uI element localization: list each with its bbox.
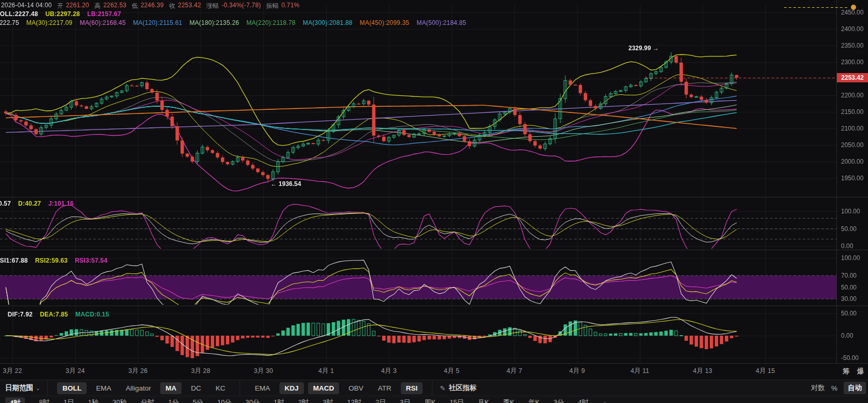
price-axis-label: 2300.00	[841, 59, 863, 66]
indicator-button-boll[interactable]: BOLL	[57, 382, 87, 394]
community-indicators-button[interactable]: ✎ 社区指标	[440, 383, 477, 393]
ma-values-bar: MA(10):2222.75MA(30):2217.09MA(60):2168.…	[0, 19, 466, 26]
macd-value: MACD(12,26,9)	[0, 311, 1, 318]
ohlc-field: 收2253.42	[169, 2, 201, 10]
timeframe-button-15日[interactable]: 15日	[450, 397, 464, 403]
timeframe-button-30分[interactable]: 30分	[245, 397, 259, 403]
rsi-value: RSI1:67.88	[0, 257, 28, 264]
marked-low-annotation: ← 1936.54	[271, 180, 301, 188]
indicator-axis-label: 0.00	[841, 332, 853, 339]
ohlc-field-label: 振幅	[266, 2, 278, 10]
indicator-axis-label: 50.00	[841, 284, 857, 291]
indicator-axis-label: 70.00	[841, 272, 857, 279]
timeframe-button-1秒[interactable]: 1秒	[88, 397, 99, 403]
indicator-button-dc[interactable]: DC	[186, 382, 206, 394]
timeframe-button-周K[interactable]: 周K	[424, 397, 436, 403]
marked-high-annotation: 2329.99 →	[628, 45, 659, 52]
timeframe-button-年K[interactable]: 年K	[528, 397, 540, 403]
ohlc-field: 振幅0.71%	[266, 2, 299, 10]
ohlc-field-label: 收	[169, 2, 175, 10]
indicator-button-kdj[interactable]: KDJ	[279, 382, 304, 394]
time-axis-label: 4月 5	[433, 367, 470, 376]
chips-distribution-button[interactable]: 筹	[843, 367, 849, 376]
ma-value: MA(30):2217.09	[26, 19, 73, 26]
indicator-button-ema[interactable]: EMA	[91, 382, 116, 394]
timeframe-button-3时[interactable]: 3时	[323, 397, 333, 403]
timeframe-button-2日[interactable]: 2日	[375, 397, 386, 403]
time-axis-label: 3月 26	[120, 367, 156, 376]
time-axis-label: 3月 22	[0, 367, 31, 376]
trading-chart-app: 2026-04-14 04:00开2261.20高2262.53低2246.39…	[0, 0, 868, 403]
boll-value: BOLL:2227.48	[0, 10, 38, 18]
ohlc-field-value: 2253.42	[178, 2, 201, 10]
ohlc-field: 低2246.39	[132, 2, 164, 10]
indicator-axis-label: 50.00	[841, 225, 857, 233]
macd-value: DEA:7.85	[40, 311, 68, 318]
macd-value: MACD:0.15	[75, 311, 109, 318]
chevron-down-icon: ⌄	[36, 385, 40, 391]
price-axis-label: 2200.00	[841, 92, 863, 99]
indicator-button-macd[interactable]: MACD	[308, 382, 340, 394]
timeframe-button-5分[interactable]: 5分	[193, 397, 203, 403]
timeframe-button-月K[interactable]: 月K	[478, 397, 489, 403]
price-axis-label: 2000.00	[841, 158, 863, 165]
indicator-button-ma[interactable]: MA	[160, 382, 181, 394]
log-scale-button[interactable]: 对数	[811, 383, 825, 393]
timeframe-button-2时[interactable]: 2时	[298, 397, 309, 403]
timeframe-button-3分[interactable]: 3分	[554, 397, 564, 403]
community-indicators-label: 社区指标	[449, 383, 477, 393]
ohlc-field-value: 0.71%	[282, 2, 300, 10]
timeframe-button-4时[interactable]: 4时	[578, 397, 589, 403]
timeframe-button-分时[interactable]: 分时	[141, 397, 154, 403]
price-axis-label: 2400.00	[841, 25, 863, 33]
macd-values-bar: MACD(12,26,9)DIF:7.92DEA:7.85MACD:0.15	[0, 311, 109, 318]
liquidation-button[interactable]: 爆	[857, 367, 864, 376]
chart-canvas[interactable]	[0, 0, 868, 364]
ma-value: MA(300):2081.88	[303, 19, 353, 26]
indicator-button-obv[interactable]: OBV	[343, 382, 369, 394]
date-range-button[interactable]: 日期范围 ⌄	[5, 383, 40, 393]
scale-options-group: 对数 % 自动	[811, 382, 866, 394]
indicator-button-ema[interactable]: EMA	[249, 382, 275, 394]
timeframe-button-30秒[interactable]: 30秒	[113, 397, 127, 403]
timeframe-button-1时[interactable]: 1时	[274, 397, 284, 403]
indicator-button-kc[interactable]: KC	[211, 382, 231, 394]
indicator-axis-label: 100.00	[841, 208, 860, 215]
auto-scale-button[interactable]: 自动	[844, 382, 866, 394]
timeframe-button-3日[interactable]: 3日	[400, 397, 410, 403]
time-axis-label: 4月 1	[308, 367, 344, 376]
timeframe-button-季K[interactable]: 季K	[503, 397, 514, 403]
ohlc-field-label: 开	[57, 2, 63, 10]
toolbar-divider	[432, 380, 432, 396]
indicator-button-rsi[interactable]: RSI	[401, 382, 423, 394]
time-axis-label: 3月 30	[245, 367, 282, 376]
indicator-axis-label: -50.00	[841, 354, 859, 362]
boll-value: UB:2297.28	[45, 10, 80, 18]
timeframe-button-1日[interactable]: 1日	[63, 397, 74, 403]
timeframe-button-1分[interactable]: 1分	[168, 397, 178, 403]
time-axis-label: 4月 13	[684, 367, 721, 376]
ma-value: MA(500):2184.85	[416, 19, 466, 26]
rsi-values-bar: RSI1:67.88RSI2:59.63RSI3:57.54	[0, 257, 107, 264]
timeframe-button-10分[interactable]: 10分	[217, 397, 231, 403]
indicator-axis-label: 30.00	[841, 295, 857, 303]
price-axis-label: 1950.00	[841, 175, 863, 182]
ma-value: MA(60):2168.45	[80, 19, 126, 26]
chevron-down-icon[interactable]: ⌄	[603, 397, 607, 403]
price-axis-label: 2450.00	[841, 9, 863, 16]
rsi-value: RSI2:59.63	[35, 257, 68, 264]
price-axis-label: 2050.00	[841, 141, 863, 149]
price-axis-label: 2350.00	[841, 42, 863, 49]
date-range-label: 日期范围	[5, 383, 33, 393]
ohlc-field: 涨幅-0.34%(-7.78)	[206, 2, 261, 10]
indicator-button-alligator[interactable]: Alligator	[120, 382, 156, 394]
timeframe-button-12时[interactable]: 12时	[347, 397, 361, 403]
ma-value: MA(120):2115.61	[133, 19, 183, 26]
percent-scale-button[interactable]: %	[831, 384, 837, 392]
timeframe-button-8时[interactable]: 8时	[39, 397, 49, 403]
time-axis-label: 4月 11	[622, 367, 658, 376]
ohlc-field-value: 2261.20	[66, 2, 89, 10]
ma-value: MA(180):2135.26	[189, 19, 239, 26]
indicator-button-atr[interactable]: ATR	[373, 382, 397, 394]
timeframe-button-4时[interactable]: 4时	[5, 397, 25, 403]
